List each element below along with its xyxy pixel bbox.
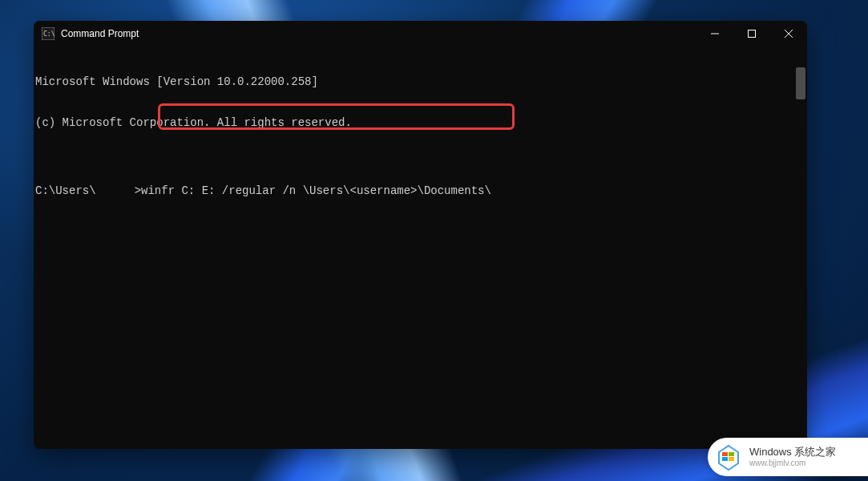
svg-rect-8 [722, 457, 728, 461]
maximize-button[interactable] [733, 21, 770, 46]
copyright-line: (c) Microsoft Corporation. All rights re… [35, 116, 805, 130]
version-line: Microsoft Windows [Version 10.0.22000.25… [35, 75, 805, 89]
terminal-body[interactable]: Microsoft Windows [Version 10.0.22000.25… [34, 46, 807, 449]
window-title: Command Prompt [61, 28, 139, 39]
prompt-prefix: C:\Users\ [35, 184, 96, 197]
vertical-scrollbar[interactable] [796, 67, 805, 99]
svg-rect-7 [729, 452, 734, 456]
watermark-text: Windows 系统之家 www.bjjmlv.com [749, 446, 836, 468]
redacted-username [96, 184, 135, 198]
svg-rect-9 [729, 457, 734, 461]
svg-text:C:\: C:\ [43, 30, 55, 38]
watermark-logo-icon [714, 443, 743, 471]
prompt-line: C:\Users\ >winfr C: E: /regular /n \User… [35, 184, 805, 198]
close-button[interactable] [770, 21, 807, 46]
window-controls [696, 21, 807, 46]
cmd-icon: C:\ [42, 27, 55, 40]
watermark-title: Windows 系统之家 [749, 446, 836, 459]
minimize-button[interactable] [696, 21, 733, 46]
watermark-url: www.bjjmlv.com [749, 459, 836, 468]
command-prompt-window: C:\ Command Prompt Microsoft Windows [Ve… [34, 21, 807, 449]
svg-rect-6 [722, 452, 728, 456]
title-bar[interactable]: C:\ Command Prompt [34, 21, 807, 46]
command-text: winfr C: E: /regular /n \Users\<username… [141, 184, 491, 197]
prompt-separator: > [135, 184, 141, 197]
svg-rect-3 [749, 30, 756, 38]
watermark-badge: Windows 系统之家 www.bjjmlv.com [708, 438, 868, 476]
